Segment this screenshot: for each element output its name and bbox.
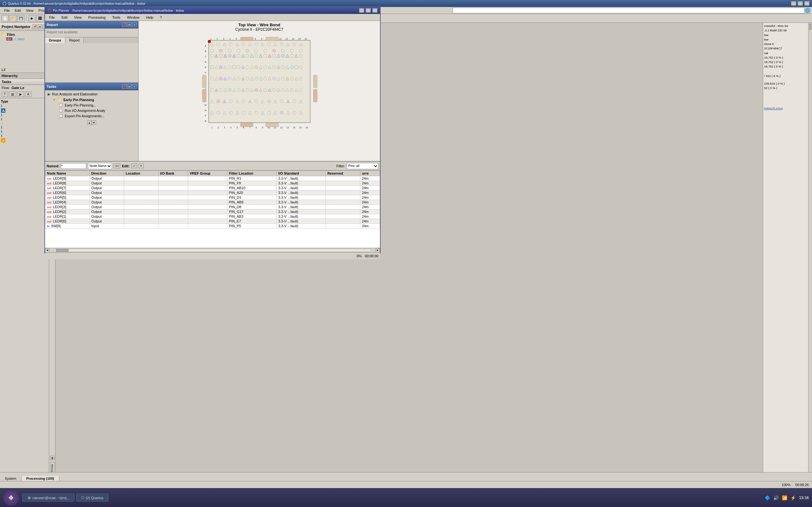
altera-search-input[interactable] xyxy=(453,8,805,13)
toolbar-compile-btn[interactable]: ▶ xyxy=(29,15,36,22)
pp-chip-view: Top View - Wire Bond Cyclone II - EP2C20… xyxy=(139,21,380,161)
edge-btn-2[interactable]: ▥ xyxy=(50,456,55,460)
nav-spacer xyxy=(0,42,49,67)
cell-node-name: in SW[9] xyxy=(45,224,90,228)
pp-menu-window[interactable]: Window xyxy=(124,15,142,20)
pp-tab-groups[interactable]: Groups xyxy=(45,38,65,43)
edit-label: Edit: xyxy=(122,164,130,168)
pp-hscrollbar[interactable]: ◄ ► xyxy=(45,248,380,252)
pp-menu-help[interactable]: Help xyxy=(144,15,156,20)
toolbar-open-btn[interactable]: 📂 xyxy=(9,15,16,22)
task-early-pin-item[interactable]: 📋 Early Pin Planning... xyxy=(57,102,137,108)
scrollbar-thumb[interactable] xyxy=(809,23,811,30)
hscroll-left-btn[interactable]: ◄ xyxy=(45,248,49,252)
toolbar-stop-btn[interactable]: ⬛ xyxy=(37,15,44,22)
start-button[interactable]: ❖ xyxy=(3,490,19,506)
tasks-pin-btn[interactable]: 📌 xyxy=(122,84,126,89)
search-btn[interactable]: «» xyxy=(113,164,120,168)
hierarchy-tab[interactable]: Hierarchy xyxy=(2,74,18,78)
report-close-btn[interactable]: × xyxy=(132,22,137,27)
menu-file[interactable]: File xyxy=(2,8,12,13)
edit-cancel-btn[interactable]: × xyxy=(139,164,144,168)
hscroll-thumb[interactable] xyxy=(56,249,68,251)
pp-menu-tools[interactable]: Tools xyxy=(110,15,123,20)
taskbar-items: 🖥 caeuser@vcae: ~/proj... ⬡ (2) Quartus xyxy=(22,494,392,502)
tasks-scroll-dn[interactable]: ▼ xyxy=(92,120,96,125)
volume-icon[interactable]: 🔊 xyxy=(773,495,779,500)
pin-table-scroll[interactable]: Node Name Direction Location I/O Bank VR… xyxy=(45,170,380,248)
report-max-btn[interactable]: ▭ xyxy=(127,22,132,27)
toolbar-new-btn[interactable]: 📄 xyxy=(2,15,9,22)
menu-view[interactable]: View xyxy=(23,8,36,13)
main-minimize-btn[interactable]: _ xyxy=(791,1,796,6)
tab-system[interactable]: System xyxy=(0,476,21,481)
taskbar-item-terminal[interactable]: 🖥 caeuser@vcae: ~/proj... xyxy=(22,494,74,502)
network-icon[interactable]: 📶 xyxy=(782,495,787,500)
tasks-max-btn[interactable]: ▭ xyxy=(127,84,132,89)
pin-direction-icon: out xyxy=(47,177,51,180)
flow-expand-btn[interactable]: ▤ xyxy=(9,92,16,97)
cell-direction: Output xyxy=(90,205,124,210)
type-item-7[interactable]: ℹ xyxy=(1,130,48,134)
pp-tab-report[interactable]: Report xyxy=(65,38,84,43)
filter-select[interactable]: Pins: all xyxy=(347,163,378,169)
main-maximize-btn[interactable]: + xyxy=(798,1,803,6)
tasks-scroll-up[interactable]: ▲ xyxy=(87,120,92,125)
flow-run-btn[interactable]: ▶ xyxy=(17,92,24,97)
flow-stop-btn[interactable]: A xyxy=(25,92,32,97)
svg-point-41 xyxy=(246,49,249,52)
named-dropdown[interactable]: Node Name xyxy=(88,163,112,169)
col-io-bank: I/O Bank xyxy=(158,171,188,176)
bluetooth-icon[interactable]: 🔷 xyxy=(765,495,770,500)
type-item-1[interactable]: ℹ xyxy=(1,104,48,108)
task-export-pin[interactable]: 📋 Export Pin Assignments... xyxy=(57,113,137,118)
msg-line-7: nal xyxy=(764,51,811,55)
type-item-8[interactable]: ℹ xyxy=(1,134,48,138)
pp-menu-view[interactable]: View xyxy=(72,15,84,20)
task-run-analysis[interactable]: ▶ Run Analysis and Elaboration xyxy=(46,91,137,97)
pp-menu-question[interactable]: ? xyxy=(157,15,164,20)
nav-pin-btn[interactable]: 📌 xyxy=(33,24,37,29)
menu-edit[interactable]: Edit xyxy=(12,8,23,13)
pp-minimize-btn[interactable]: _ xyxy=(359,8,364,13)
nav-src-item[interactable]: abc ../../src/ xyxy=(2,37,47,41)
msg-line-3: lsw xyxy=(764,33,811,38)
abc-icon: abc xyxy=(6,38,12,41)
report-pin-btn[interactable]: 📌 xyxy=(122,22,126,27)
right-panel-scrollbar[interactable] xyxy=(808,23,812,479)
cell-reserved xyxy=(326,205,360,210)
tab-processing[interactable]: Processing (100) xyxy=(21,476,59,481)
nav-max-btn[interactable]: ▭ xyxy=(38,24,42,29)
task-run-io[interactable]: 📋 Run I/O Assignment Analy xyxy=(57,108,137,113)
pin-planner-titlebar: ⬡ Pin Planner - /home/caeuser/projects/d… xyxy=(45,7,380,14)
nav-files-item[interactable]: 📁 Files xyxy=(2,32,47,37)
pp-maximize-btn[interactable]: + xyxy=(366,8,371,13)
edit-apply-btn[interactable]: ✓ xyxy=(131,164,137,168)
type-item-5[interactable]: ⚠ xyxy=(1,121,48,125)
msg-link[interactable]: ledsw.fit.smsg xyxy=(764,106,811,111)
report-content-text: Report not available xyxy=(47,30,78,34)
type-item-9[interactable]: ⚠ xyxy=(1,138,48,143)
main-close-btn[interactable]: × xyxy=(804,1,809,6)
table-row: out LEDR[6] Output PIN_A20 3.3-V ...faul… xyxy=(45,190,380,195)
named-input[interactable] xyxy=(61,163,86,169)
type-item-6[interactable]: ℹ xyxy=(1,125,48,130)
pp-menu-edit[interactable]: Edit xyxy=(59,15,70,20)
type-item-2[interactable]: ⚠ xyxy=(1,108,48,113)
taskbar-item-quartus[interactable]: ⬡ (2) Quartus xyxy=(76,494,109,502)
cell-node-name: out LEDR[8] xyxy=(45,181,90,186)
flow-help-btn[interactable]: ? xyxy=(2,92,8,97)
pp-menu-processing[interactable]: Processing xyxy=(86,15,108,20)
hscroll-right-btn[interactable]: ► xyxy=(375,248,380,252)
project-nav-title: Project Navigator xyxy=(2,25,31,29)
type-item-3[interactable]: ℹ xyxy=(1,113,48,117)
pp-content-area: Report 📌 ▭ × Report not available Gro xyxy=(45,21,380,161)
toolbar-save-btn[interactable]: 💾 xyxy=(17,15,24,22)
tasks-close-btn[interactable]: × xyxy=(132,84,137,89)
task-early-pin-group[interactable]: ▼ 📁 Early Pin Planning xyxy=(51,97,137,102)
power-icon[interactable]: ⚡ xyxy=(791,495,796,500)
type-item-4[interactable]: ℹ xyxy=(1,117,48,121)
pp-close-btn[interactable]: × xyxy=(372,8,377,13)
altera-go-btn[interactable]: 🌐 xyxy=(805,8,810,13)
pp-menu-file[interactable]: File xyxy=(47,15,57,20)
